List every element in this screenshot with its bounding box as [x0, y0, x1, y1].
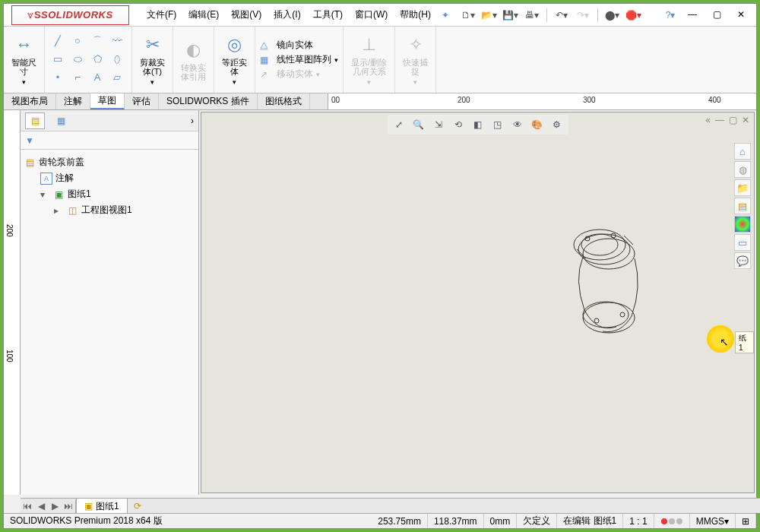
doc-close-icon[interactable]: ✕ [742, 115, 749, 125]
status-editing: 在编辑 图纸1 [557, 514, 623, 528]
display-style-icon[interactable]: ◳ [489, 116, 506, 133]
expand-arrow-icon[interactable]: › [191, 116, 194, 126]
status-config-icon[interactable]: ⊞ [736, 514, 756, 528]
quicksnap-button[interactable]: ✧ 快速捕 捉 ▾ [400, 32, 431, 88]
maximize-button[interactable]: ▢ [706, 7, 727, 22]
zoom-fit-icon[interactable]: ⤢ [391, 116, 407, 133]
menu-edit[interactable]: 编辑(E) [182, 5, 225, 24]
label: 剪裁实 体(T) [140, 58, 165, 76]
menu-window[interactable]: 窗口(W) [349, 5, 394, 24]
prev-icon[interactable]: ◀ [34, 499, 48, 513]
rect-icon[interactable]: ▭ [49, 52, 66, 67]
zoom-area-icon[interactable]: 🔍 [410, 116, 427, 133]
menu-file[interactable]: 文件(F) [141, 5, 182, 24]
tab-annotations[interactable]: 注解 [56, 93, 90, 109]
new-icon[interactable]: 🗋▾ [460, 7, 477, 24]
filter-icon[interactable]: ▼ [25, 135, 34, 146]
plane-icon[interactable]: ▱ [109, 70, 125, 85]
feature-tree-tab-icon[interactable]: ▤ [25, 112, 45, 129]
rotate-icon[interactable]: ⟲ [450, 116, 467, 133]
hide-show-icon[interactable]: 👁 [509, 116, 526, 133]
relations-button[interactable]: ⊥ 显示/删除 几何关系 ▾ [348, 32, 390, 88]
section-icon[interactable]: ◧ [470, 116, 486, 133]
pattern-button[interactable]: ▦线性草图阵列 ▾ [260, 52, 338, 67]
close-button[interactable]: ✕ [730, 7, 752, 22]
print-icon[interactable]: 🖶▾ [524, 7, 540, 24]
relations-icon: ⊥ [358, 33, 381, 56]
doc-prev-icon[interactable]: « [705, 115, 711, 125]
offset-button[interactable]: ◎ 等距实 体 ▾ [219, 32, 250, 88]
options-icon[interactable]: ⬤▾ [604, 7, 621, 24]
file-explorer-icon[interactable]: ▤ [734, 198, 751, 214]
resources-icon[interactable]: ◍ [734, 161, 751, 178]
tab-evaluate[interactable]: 评估 [125, 93, 159, 109]
text-icon[interactable]: A [89, 70, 106, 85]
polygon-icon[interactable]: ⬠ [89, 52, 106, 67]
last-icon[interactable]: ⏭ [62, 499, 75, 513]
view-palette-icon[interactable] [734, 216, 751, 233]
point-icon[interactable]: • [49, 70, 66, 85]
redo-icon[interactable]: ↷▾ [575, 7, 591, 24]
doc-maximize-icon[interactable]: ▢ [729, 115, 737, 125]
doc-minimize-icon[interactable]: — [715, 115, 724, 125]
custom-props-icon[interactable]: 💬 [734, 252, 751, 269]
status-defined: 欠定义 [517, 514, 557, 528]
next-icon[interactable]: ▶ [48, 499, 62, 513]
menu-tools[interactable]: 工具(T) [307, 5, 349, 24]
status-scale[interactable]: 1 : 1 [623, 514, 654, 528]
minimize-button[interactable]: — [682, 7, 703, 22]
sketch-tools-grid: ╱ ○ ⌒ 〰 ▭ ⬭ ⬠ ⬯ • ⌐ A ▱ [49, 33, 127, 87]
fillet-icon[interactable]: ⌐ [69, 70, 86, 85]
move-icon: ↗ [260, 69, 274, 80]
tab-sheet-format[interactable]: 图纸格式 [258, 93, 310, 109]
property-tab-icon[interactable]: ▦ [51, 112, 71, 129]
help-icon[interactable]: ?▾ [662, 7, 679, 24]
first-icon[interactable]: ⏮ [21, 499, 34, 513]
tab-addins[interactable]: SOLIDWORKS 插件 [159, 93, 258, 109]
tab-sketch[interactable]: 草图 [90, 93, 125, 109]
arc-icon[interactable]: ⌒ [89, 33, 106, 49]
circle-icon[interactable]: ○ [69, 33, 86, 49]
horizontal-ruler: 00 200 300 400 [328, 93, 756, 109]
spline-icon[interactable]: 〰 [109, 33, 125, 49]
menu-view[interactable]: 视图(V) [225, 5, 268, 24]
collapse-icon[interactable]: ▾ [40, 189, 49, 200]
rebuild-icon[interactable]: ⟳ [134, 501, 141, 511]
sheet-tab[interactable]: ▣ 图纸1 [76, 498, 128, 515]
tab-view-layout[interactable]: 视图布局 [4, 93, 56, 109]
menu-help[interactable]: 帮助(H) [394, 5, 437, 24]
ellipse-icon[interactable]: ⬯ [109, 52, 125, 67]
smart-dimension-button[interactable]: ↔ 智能尺 寸 ▾ [8, 32, 40, 88]
status-units[interactable]: MMGS ▾ [690, 514, 736, 528]
save-icon[interactable]: 💾▾ [502, 7, 519, 24]
appearances-tab-icon[interactable]: ▭ [734, 234, 751, 251]
convert-button[interactable]: ◐ 转换实 体引用 [178, 37, 209, 83]
open-icon[interactable]: 📂▾ [481, 7, 498, 24]
tree-annotations[interactable]: A 注解 [24, 170, 195, 186]
tree-sheet[interactable]: ▾ ▣ 图纸1 [24, 186, 195, 202]
svg-point-8 [594, 318, 599, 323]
trim-button[interactable]: ✂ 剪裁实 体(T) ▾ [137, 32, 168, 88]
panel-tabs: ▤ ▦ › [21, 110, 198, 131]
zoom-inout-icon[interactable]: ⇲ [430, 116, 447, 133]
appearances-icon[interactable]: 🎨 [529, 116, 546, 133]
expand-icon[interactable]: ▸ [54, 205, 63, 216]
undo-icon[interactable]: ↶▾ [553, 7, 570, 24]
slot-icon[interactable]: ⬭ [69, 52, 86, 67]
traffic-icon[interactable]: 🛑▾ [625, 7, 642, 24]
drawing-canvas[interactable]: ⤢ 🔍 ⇲ ⟲ ◧ ◳ 👁 🎨 ⚙ « — ▢ ✕ ⌂ ◍ 📁 ▤ [201, 112, 755, 493]
menu-insert[interactable]: 插入(I) [268, 5, 306, 24]
drawing-view-part[interactable] [566, 219, 650, 348]
drawing-icon: ▤ [24, 157, 36, 169]
view-settings-icon[interactable]: ⚙ [549, 116, 565, 133]
design-library-icon[interactable]: 📁 [734, 179, 751, 196]
mirror-button[interactable]: ⧋镜向实体 [260, 38, 313, 52]
status-traffic[interactable] [654, 514, 690, 528]
line-icon[interactable]: ╱ [49, 33, 66, 49]
search-icon[interactable]: ✦ [442, 10, 449, 21]
tree-view[interactable]: ▸ ◫ 工程图视图1 [24, 202, 195, 218]
tree-root[interactable]: ▤ 齿轮泵前盖 [24, 154, 195, 170]
home-icon[interactable]: ⌂ [734, 143, 751, 160]
feature-tree: ▤ 齿轮泵前盖 A 注解 ▾ ▣ 图纸1 ▸ ◫ 工程图视图1 [21, 150, 198, 495]
move-button[interactable]: ↗移动实体 ▾ [260, 67, 320, 81]
